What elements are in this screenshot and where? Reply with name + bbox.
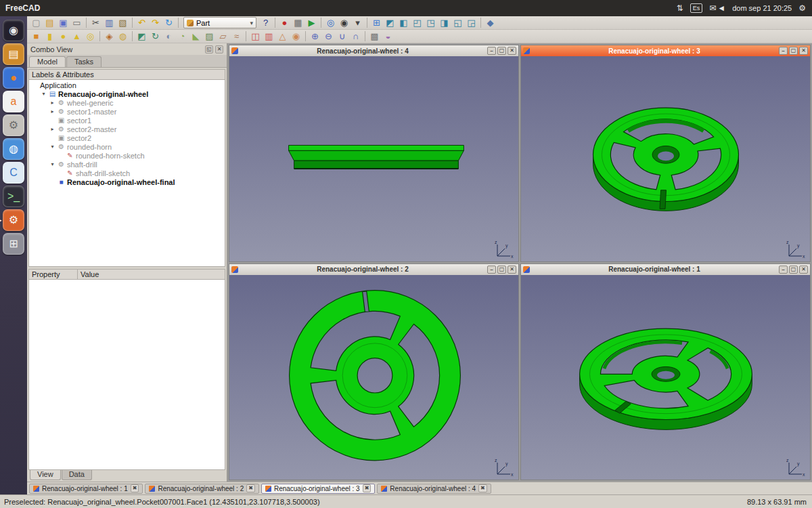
3d-viewport[interactable]: zxy bbox=[521, 275, 810, 480]
volume-icon[interactable]: ◄ bbox=[717, 3, 726, 13]
part-revolve-icon[interactable]: ↻ bbox=[149, 30, 162, 43]
print-icon[interactable]: ▭ bbox=[70, 17, 83, 29]
tree-item-shaft-drill[interactable]: ▾⚙shaft-drill bbox=[29, 160, 225, 169]
close-tab-button[interactable]: ✖ bbox=[478, 484, 487, 492]
close-tab-button[interactable]: ✖ bbox=[131, 484, 139, 492]
launcher-workspace-switcher[interactable]: ⊞ bbox=[3, 233, 24, 255]
3d-viewport[interactable]: zxy bbox=[521, 56, 810, 261]
part-union-icon[interactable]: ∪ bbox=[336, 30, 348, 43]
viewport-titlebar[interactable]: Renacuajo-original-wheel : 1 – ▢ ✕ bbox=[521, 264, 810, 275]
tab-data[interactable]: Data bbox=[62, 470, 92, 480]
refresh-icon[interactable]: ↻ bbox=[162, 17, 175, 29]
part-fillet-icon[interactable]: ◔ bbox=[176, 30, 189, 43]
part-cone-icon[interactable]: ▲ bbox=[70, 30, 83, 43]
launcher-files[interactable]: ▤ bbox=[3, 43, 24, 65]
launcher-system-settings[interactable]: ⚙ bbox=[3, 114, 24, 136]
launcher-terminal[interactable]: >_ bbox=[3, 186, 24, 207]
close-button[interactable]: ✕ bbox=[508, 266, 516, 274]
minimize-button[interactable]: – bbox=[487, 266, 496, 274]
window-tab[interactable]: Renacuajo-original-wheel : 1✖ bbox=[29, 484, 143, 494]
part-cut-icon[interactable]: ⊖ bbox=[322, 30, 335, 43]
launcher-amazon[interactable]: a bbox=[3, 91, 24, 112]
new-file-icon[interactable]: ▢ bbox=[30, 17, 43, 29]
expander-icon[interactable]: ▾ bbox=[49, 144, 55, 150]
tree-item-rounded-horn-sketch[interactable]: ✎rounded-horn-sketch bbox=[29, 151, 225, 160]
tree-item-sector1[interactable]: ▣sector1 bbox=[29, 116, 225, 125]
measure-icon[interactable]: ◆ bbox=[484, 17, 497, 29]
minimize-button[interactable]: – bbox=[779, 47, 788, 55]
macro-play-icon[interactable]: ▶ bbox=[305, 17, 318, 29]
part-cylinder-icon[interactable]: ▮ bbox=[43, 30, 56, 43]
part-torus-icon[interactable]: ◎ bbox=[84, 30, 97, 43]
part-section-icon[interactable]: ◫ bbox=[249, 30, 262, 43]
view-right-icon[interactable]: ◳ bbox=[424, 17, 437, 29]
close-tab-button[interactable]: ✖ bbox=[246, 484, 255, 492]
part-boolean-icon[interactable]: ⊕ bbox=[309, 30, 321, 43]
view-fit-icon[interactable]: ⊞ bbox=[370, 17, 383, 29]
minimize-button[interactable]: – bbox=[487, 47, 496, 55]
expander-icon[interactable]: ▾ bbox=[41, 91, 47, 97]
launcher-freecad[interactable]: ▸⚙ bbox=[3, 209, 24, 231]
macro-record-icon[interactable]: ● bbox=[278, 17, 291, 29]
restore-button[interactable]: ▢ bbox=[497, 266, 506, 274]
keyboard-layout-indicator[interactable]: Es bbox=[690, 3, 703, 13]
messages-icon[interactable]: ✉ bbox=[708, 3, 717, 13]
undo-icon[interactable]: ↶ bbox=[135, 17, 148, 29]
part-extrude-icon[interactable]: ◩ bbox=[135, 30, 148, 43]
tree-item-sector2[interactable]: ▣sector2 bbox=[29, 133, 225, 142]
dropdown-caret-icon[interactable]: ▾ bbox=[351, 17, 364, 29]
tree-item-wheel-generic[interactable]: ▸⚙wheel-generic bbox=[29, 98, 225, 107]
launcher-software-center[interactable]: ◍ bbox=[3, 138, 24, 160]
window-tab[interactable]: Renacuajo-original-wheel : 4✖ bbox=[377, 484, 491, 494]
tree-item-rounded-horn[interactable]: ▾⚙rounded-horn bbox=[29, 142, 225, 151]
part-split-icon[interactable]: ◒ bbox=[382, 30, 394, 43]
expander-icon[interactable]: ▾ bbox=[49, 161, 55, 167]
view-front-icon[interactable]: ◧ bbox=[397, 17, 410, 29]
close-button[interactable]: ✕ bbox=[508, 47, 516, 55]
close-panel-button[interactable]: ✕ bbox=[215, 45, 223, 54]
redo-icon[interactable]: ↷ bbox=[149, 17, 162, 29]
part-thickness-icon[interactable]: ◉ bbox=[290, 30, 302, 43]
expander-icon[interactable]: ▸ bbox=[49, 100, 55, 106]
session-gear-icon[interactable]: ⚙ bbox=[798, 3, 807, 13]
whats-this-icon[interactable]: ? bbox=[259, 17, 272, 29]
view-isometric-icon[interactable]: ◩ bbox=[384, 17, 397, 29]
search-icon[interactable]: ◎ bbox=[324, 17, 337, 29]
tab-model[interactable]: Model bbox=[29, 56, 66, 67]
part-shapebuilder-icon[interactable]: ◈ bbox=[103, 30, 116, 43]
viewport-titlebar[interactable]: Renacuajo-original-wheel : 2 – ▢ ✕ bbox=[229, 264, 518, 275]
save-icon[interactable]: ▣ bbox=[57, 17, 70, 29]
part-sphere-icon[interactable]: ● bbox=[57, 30, 70, 43]
indicator-arrows-icon[interactable]: ⇅ bbox=[676, 3, 684, 13]
macro-edit-icon[interactable]: ▦ bbox=[292, 17, 304, 29]
tab-view[interactable]: View bbox=[30, 470, 61, 480]
tab-tasks[interactable]: Tasks bbox=[66, 56, 102, 67]
part-loft-icon[interactable]: ▱ bbox=[217, 30, 229, 43]
part-sweep-icon[interactable]: ≈ bbox=[230, 30, 243, 43]
tree-item-Application[interactable]: Application bbox=[29, 81, 225, 89]
cut-icon[interactable]: ✂ bbox=[89, 17, 102, 29]
view-bottom-icon[interactable]: ◱ bbox=[451, 17, 464, 29]
part-crosssection-icon[interactable]: ▥ bbox=[263, 30, 275, 43]
launcher-chromium[interactable]: C bbox=[3, 162, 24, 184]
view-top-icon[interactable]: ◰ bbox=[411, 17, 424, 29]
expander-icon[interactable]: ▸ bbox=[49, 108, 55, 114]
draw-style-icon[interactable]: ◉ bbox=[338, 17, 351, 29]
part-compound-icon[interactable]: ▩ bbox=[368, 30, 381, 43]
expander-icon[interactable]: ▸ bbox=[49, 126, 55, 132]
tree-item-Renacuajo-original-wheel-final[interactable]: ■Renacuajo-original-wheel-final bbox=[29, 177, 225, 186]
part-primitives-icon[interactable]: ◍ bbox=[116, 30, 129, 43]
window-tab[interactable]: Renacuajo-original-wheel : 2✖ bbox=[145, 484, 258, 494]
tree-item-shaft-drill-sketch[interactable]: ✎shaft-drill-sketch bbox=[29, 169, 225, 177]
tree-item-sector1-master[interactable]: ▸⚙sector1-master bbox=[29, 107, 225, 116]
launcher-firefox[interactable]: ● bbox=[3, 67, 24, 89]
close-tab-button[interactable]: ✖ bbox=[363, 484, 371, 492]
paste-icon[interactable]: ▧ bbox=[116, 17, 129, 29]
view-rear-icon[interactable]: ◨ bbox=[438, 17, 451, 29]
3d-viewport[interactable]: zxy bbox=[229, 56, 518, 261]
float-panel-button[interactable]: ◱ bbox=[205, 45, 213, 54]
restore-button[interactable]: ▢ bbox=[789, 266, 798, 274]
part-offset-icon[interactable]: △ bbox=[276, 30, 289, 43]
part-ruled-icon[interactable]: ▨ bbox=[203, 30, 216, 43]
restore-button[interactable]: ▢ bbox=[789, 47, 798, 55]
